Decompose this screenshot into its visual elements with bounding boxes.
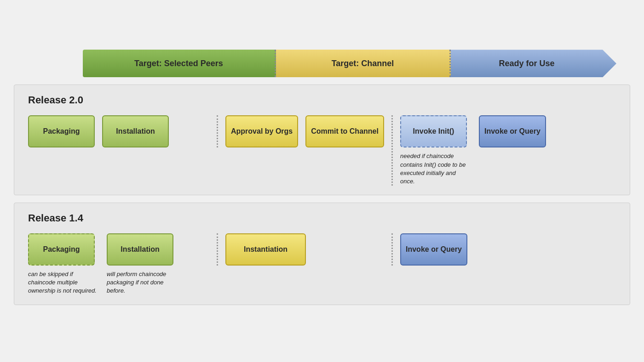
release-14-installation-note: will perform chaincode packaging if not … [107, 270, 178, 295]
release-14-ready-col: Invoke or Query [391, 233, 630, 266]
header-bar: Target: Selected Peers Target: Channel R… [83, 50, 616, 77]
release-14-content: Packaging can be skipped if chaincode mu… [23, 233, 630, 295]
header-channel-label: Target: Channel [332, 59, 394, 68]
header-channel: Target: Channel [276, 50, 451, 77]
release-20-invokequery-item: Invoke or Query [479, 115, 546, 186]
release-20-packaging-label: Packaging [43, 127, 80, 136]
release-14-invokequery-box: Invoke or Query [400, 233, 467, 266]
release-20-packaging-box: Packaging [28, 115, 95, 147]
release-14-packaging-note: can be skipped if chaincode multiple own… [28, 270, 99, 295]
release-20-title: Release 2.0 [23, 94, 630, 106]
header-peers: Target: Selected Peers [83, 50, 276, 77]
release-20-invokeinit-label: Invoke Init() [413, 127, 454, 136]
release-14-instantiation-box: Instantiation [225, 233, 306, 266]
release-20-section: Release 2.0 Packaging Installation [14, 85, 630, 195]
release-14-invokequery-label: Invoke or Query [406, 245, 462, 254]
release-14-packaging-item: Packaging can be skipped if chaincode mu… [28, 233, 99, 295]
release-20-commit-box: Commit to Channel [305, 115, 384, 147]
release-14-instantiation-label: Instantiation [244, 245, 288, 254]
release-20-approval-label: Approval by Orgs [231, 127, 293, 136]
release-14-installation-box: Installation [107, 233, 173, 266]
release-14-packaging-label: Packaging [43, 245, 80, 254]
release-14-installation-item: Installation will perform chaincode pack… [107, 233, 178, 295]
release-14-installation-label: Installation [121, 245, 159, 254]
release-20-installation-item: Installation [102, 115, 169, 147]
release-14-invokequery-item: Invoke or Query [400, 233, 467, 266]
release-20-channel-col: Approval by Orgs Commit to Channel [217, 115, 391, 147]
release-14-instantiation-item: Instantiation [225, 233, 306, 266]
release-14-peers-col: Packaging can be skipped if chaincode mu… [23, 233, 217, 295]
release-14-channel-col: Instantiation [217, 233, 391, 266]
release-14-title: Release 1.4 [23, 212, 630, 224]
release-20-commit-label: Commit to Channel [311, 127, 379, 136]
release-20-approval-box: Approval by Orgs [225, 115, 298, 147]
header-ready-label: Ready for Use [499, 59, 554, 68]
release-20-invokeinit-note: needed if chaincode contains Init() code… [400, 152, 472, 186]
release-20-peers-col: Packaging Installation [23, 115, 217, 147]
release-14-section: Release 1.4 Packaging can be skipped if … [14, 203, 630, 305]
release-20-packaging-item: Packaging [28, 115, 95, 147]
release-20-installation-box: Installation [102, 115, 169, 147]
release-20-invokeinit-item: Invoke Init() needed if chaincode contai… [400, 115, 472, 186]
release-20-approval-item: Approval by Orgs [225, 115, 298, 147]
header-peers-label: Target: Selected Peers [134, 59, 223, 68]
release-20-invokequery-label: Invoke or Query [484, 127, 540, 136]
release-20-invokeinit-box: Invoke Init() [400, 115, 467, 147]
header-ready: Ready for Use [451, 50, 616, 77]
diagram-container: Target: Selected Peers Target: Channel R… [14, 50, 630, 312]
release-20-ready-col: Invoke Init() needed if chaincode contai… [391, 115, 630, 186]
release-14-packaging-box: Packaging [28, 233, 95, 266]
release-20-invokequery-box: Invoke or Query [479, 115, 546, 147]
release-20-installation-label: Installation [116, 127, 155, 136]
release-20-commit-item: Commit to Channel [305, 115, 384, 147]
release-20-content: Packaging Installation Approval by Orgs [23, 115, 630, 186]
